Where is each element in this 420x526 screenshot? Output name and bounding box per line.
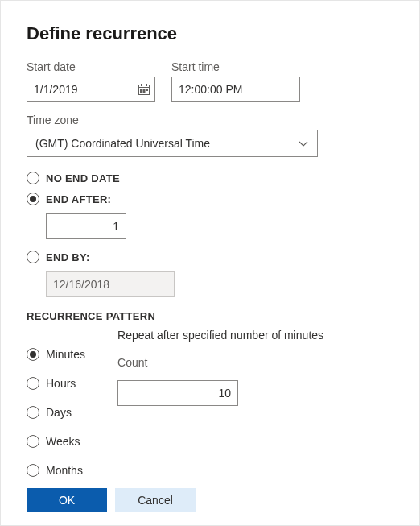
svg-rect-4: [141, 89, 142, 91]
svg-rect-5: [143, 89, 145, 91]
radio-icon: [27, 193, 39, 205]
recurrence-pattern-title: RECURRENCE PATTERN: [27, 310, 393, 322]
start-time-label: Start time: [171, 60, 300, 73]
svg-rect-6: [146, 89, 148, 91]
pattern-description: Repeat after specified number of minutes: [117, 329, 393, 342]
radio-icon: [27, 251, 39, 263]
end-by-option[interactable]: END BY:: [27, 251, 393, 263]
pattern-days-label: Days: [46, 406, 72, 419]
pattern-minutes-label: Minutes: [46, 348, 85, 361]
radio-icon: [27, 377, 39, 390]
timezone-select[interactable]: (GMT) Coordinated Universal Time: [27, 130, 318, 157]
ok-button[interactable]: OK: [27, 488, 107, 512]
no-end-date-label: NO END DATE: [46, 172, 120, 184]
pattern-weeks-option[interactable]: Weeks: [27, 435, 85, 448]
radio-icon: [27, 406, 39, 419]
no-end-date-option[interactable]: NO END DATE: [27, 172, 393, 184]
pattern-hours-option[interactable]: Hours: [27, 377, 85, 390]
svg-rect-8: [143, 92, 145, 93]
end-by-label: END BY:: [46, 251, 90, 263]
end-after-label: END AFTER:: [46, 193, 111, 205]
radio-icon: [27, 435, 39, 448]
start-date-input[interactable]: [27, 77, 155, 102]
start-date-label: Start date: [27, 60, 155, 73]
cancel-button[interactable]: Cancel: [115, 488, 196, 512]
end-by-input: [46, 271, 175, 297]
svg-rect-7: [141, 92, 142, 93]
timezone-value: (GMT) Coordinated Universal Time: [35, 137, 210, 150]
calendar-icon[interactable]: [138, 83, 150, 96]
timezone-label: Time zone: [27, 114, 318, 126]
count-input[interactable]: [117, 380, 238, 406]
dialog-title: Define recurrence: [27, 23, 393, 44]
end-after-option[interactable]: END AFTER:: [27, 193, 393, 205]
start-time-input[interactable]: [171, 77, 300, 102]
radio-icon: [27, 172, 39, 184]
chevron-down-icon: [298, 138, 309, 149]
pattern-hours-label: Hours: [46, 377, 76, 390]
pattern-months-label: Months: [46, 464, 83, 477]
radio-icon: [27, 348, 39, 361]
pattern-days-option[interactable]: Days: [27, 406, 85, 419]
pattern-weeks-label: Weeks: [46, 435, 80, 448]
end-after-input[interactable]: [46, 213, 126, 239]
count-label: Count: [117, 356, 393, 369]
pattern-months-option[interactable]: Months: [27, 464, 85, 477]
pattern-minutes-option[interactable]: Minutes: [27, 348, 85, 361]
radio-icon: [27, 464, 39, 477]
